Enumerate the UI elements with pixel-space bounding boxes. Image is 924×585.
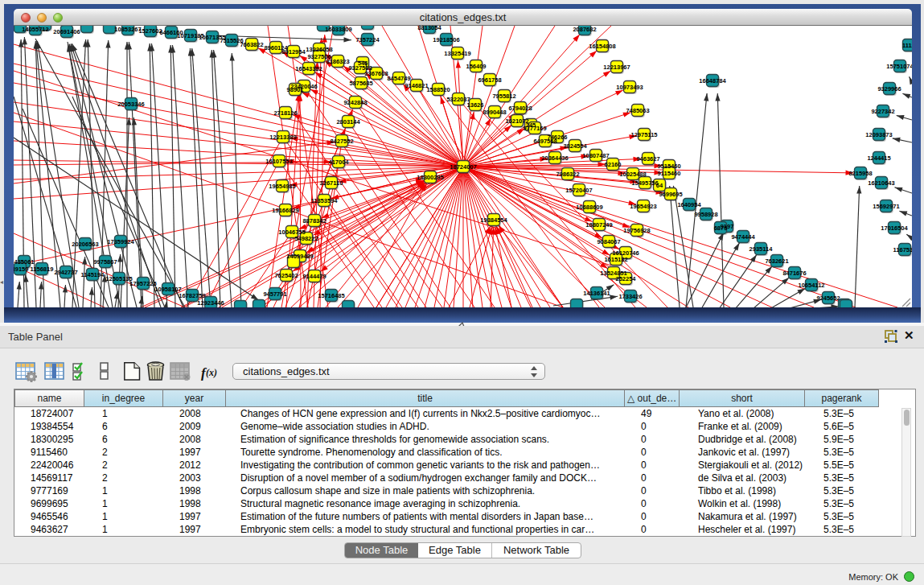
svg-text:6875: 6875 <box>714 225 728 232</box>
svg-text:2942737: 2942737 <box>54 269 77 276</box>
svg-text:19384554: 19384554 <box>480 216 507 224</box>
svg-text:15720407: 15720407 <box>565 187 592 194</box>
svg-text:9146821: 9146821 <box>405 82 428 89</box>
svg-text:6961758: 6961758 <box>478 76 501 84</box>
svg-text:12093873: 12093873 <box>865 131 892 138</box>
svg-text:15495756: 15495756 <box>631 179 658 187</box>
svg-text:10688609: 10688609 <box>576 204 602 211</box>
svg-text:17359924: 17359924 <box>107 238 134 245</box>
svg-text:8186323: 8186323 <box>326 58 349 65</box>
svg-text:9699695: 9699695 <box>659 191 682 198</box>
svg-text:18300295: 18300295 <box>417 174 443 181</box>
svg-text:10025488: 10025488 <box>619 171 646 178</box>
svg-text:19654923: 19654923 <box>630 203 656 210</box>
svg-text:7485063: 7485063 <box>626 107 649 114</box>
svg-text:16543382: 16543382 <box>295 65 322 72</box>
svg-text:64: 64 <box>656 182 663 189</box>
svg-text:12975115: 12975115 <box>631 131 658 138</box>
svg-text:8813054: 8813054 <box>417 26 441 31</box>
svg-text:5875685: 5875685 <box>349 80 372 87</box>
svg-text:16154808: 16154808 <box>589 43 615 50</box>
svg-text:8912954: 8912954 <box>281 48 306 56</box>
svg-text:1588520: 1588520 <box>426 86 450 93</box>
svg-text:12505135: 12505135 <box>105 275 132 282</box>
svg-text:435061: 435061 <box>14 258 34 266</box>
svg-text:10958107: 10958107 <box>154 286 181 293</box>
svg-text:7955812: 7955812 <box>492 93 515 100</box>
svg-text:8990448: 8990448 <box>483 109 506 116</box>
svg-text:62160: 62160 <box>605 161 622 168</box>
svg-text:10853267: 10853267 <box>114 26 141 33</box>
svg-text:10807487: 10807487 <box>582 152 609 159</box>
svg-text:9457791: 9457791 <box>263 290 286 298</box>
svg-text:13226058: 13226058 <box>306 46 332 53</box>
svg-text:3267110: 3267110 <box>320 179 343 187</box>
svg-text:8471676: 8471676 <box>782 270 806 277</box>
svg-text:17957225: 17957225 <box>129 280 156 287</box>
svg-text:12923446: 12923446 <box>197 299 224 307</box>
svg-text:7663822: 7663822 <box>240 41 263 48</box>
svg-text:7632621: 7632621 <box>765 257 788 265</box>
svg-text:39159: 39159 <box>14 266 28 273</box>
svg-text:9515460: 9515460 <box>657 163 680 170</box>
svg-text:18724007: 18724007 <box>450 163 476 171</box>
svg-text:16210643: 16210643 <box>868 179 894 187</box>
svg-text:19756928: 19756928 <box>623 227 650 234</box>
svg-text:1527602: 1527602 <box>138 27 162 35</box>
svg-text:11353594: 11353594 <box>311 197 339 204</box>
svg-text:9777169: 9777169 <box>523 125 546 132</box>
svg-text:15716485: 15716485 <box>318 292 344 299</box>
svg-text:14055712: 14055712 <box>22 26 48 33</box>
svg-text:15751074: 15751074 <box>886 63 912 70</box>
svg-text:9329966: 9329966 <box>877 85 901 93</box>
svg-text:98901: 98901 <box>287 86 304 93</box>
svg-text:8878342: 8878342 <box>302 217 326 225</box>
svg-text:(x): (x) <box>206 367 217 378</box>
svg-text:19166829: 19166829 <box>272 207 298 214</box>
svg-text:12213389: 12213389 <box>269 134 296 141</box>
svg-text:9975867: 9975867 <box>93 258 117 266</box>
svg-text:9084067: 9084067 <box>597 238 620 245</box>
svg-text:156409: 156409 <box>466 63 486 70</box>
svg-text:20691406: 20691406 <box>53 28 80 35</box>
svg-text:8427552: 8427552 <box>330 138 353 145</box>
svg-text:1112: 1112 <box>902 42 912 49</box>
svg-text:20364436: 20364436 <box>541 154 568 162</box>
svg-text:9245652: 9245652 <box>816 295 840 302</box>
svg-text:19218506: 19218506 <box>433 36 459 43</box>
svg-text:14136141: 14136141 <box>583 290 610 297</box>
svg-text:17016504: 17016504 <box>881 225 908 232</box>
svg-text:18807249: 18807249 <box>585 221 612 229</box>
svg-text:10973493: 10973493 <box>616 84 643 91</box>
svg-text:1156819: 1156819 <box>31 266 54 273</box>
svg-text:252254: 252254 <box>615 275 636 282</box>
svg-text:10654112: 10654112 <box>799 282 825 289</box>
svg-text:9115460: 9115460 <box>658 170 681 177</box>
svg-text:417004: 417004 <box>328 159 349 166</box>
svg-text:16782759: 16782759 <box>179 292 205 299</box>
svg-text:7986322: 7986322 <box>556 171 579 178</box>
svg-text:9242848: 9242848 <box>343 99 367 106</box>
svg-text:19654985: 19654985 <box>269 183 295 190</box>
svg-text:15692971: 15692971 <box>873 203 899 210</box>
svg-text:6497568: 6497568 <box>533 138 556 145</box>
svg-text:13626: 13626 <box>467 101 484 109</box>
svg-text:3824554: 3824554 <box>563 142 587 150</box>
svg-text:16648784: 16648784 <box>699 77 726 84</box>
svg-text:2718126: 2718126 <box>273 109 297 117</box>
svg-text:1244415: 1244415 <box>867 154 890 162</box>
svg-text:8215958: 8215958 <box>848 170 872 177</box>
svg-text:20053346: 20053346 <box>117 101 144 108</box>
svg-text:2087682: 2087682 <box>573 26 596 33</box>
svg-text:16033809: 16033809 <box>325 26 351 33</box>
svg-text:9474444: 9474444 <box>731 233 755 241</box>
svg-text:9463627: 9463627 <box>636 155 659 163</box>
svg-text:2935114: 2935114 <box>749 245 774 253</box>
svg-text:1733426: 1733426 <box>618 293 642 300</box>
svg-text:5498222: 5498222 <box>294 235 318 242</box>
svg-text:12213967: 12213967 <box>603 64 630 71</box>
svg-text:20206563: 20206563 <box>72 241 98 248</box>
svg-text:6794028: 6794028 <box>508 105 532 112</box>
svg-text:9227342: 9227342 <box>871 108 894 115</box>
svg-text:1145194: 1145194 <box>81 271 105 278</box>
